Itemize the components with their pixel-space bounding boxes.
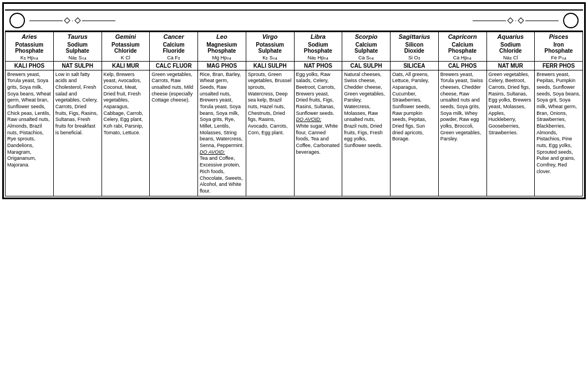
sign-cell: Aquarius [486, 32, 535, 41]
formula-cell: Ca F₂ [150, 54, 198, 62]
subtitle-bar: · · [5, 11, 583, 32]
formula-cell: Na₂ S₀₄ [53, 54, 102, 62]
mineral-cell: CalciumFluoride [150, 41, 198, 54]
abbrev-cell: FERR PHOS [535, 61, 583, 70]
formula-cell: K₂ Hp₀₄ [6, 54, 54, 62]
sign-cell: Gemini [102, 32, 150, 41]
sign-cell: Cancer [150, 32, 198, 41]
left-circle [9, 13, 25, 28]
mineral-cell: SodiumChloride [486, 41, 535, 54]
mineral-cell: PotassiumChloride [102, 41, 150, 54]
food-cell: Brewers yeast, Torula yeast, Swiss chees… [438, 70, 486, 196]
title [5, 5, 583, 11]
mineral-cell: PotassiumSulphate [246, 41, 294, 54]
abbrev-cell: CAL SULPH [342, 61, 391, 70]
formula-cell: Ca Hp₀₄ [438, 54, 486, 62]
mineral-cell: MagnesiumPhosphate [198, 41, 246, 54]
sign-cell: Aries [6, 32, 54, 41]
food-cell: Green vegetables, Celery, Beetroot, Carr… [486, 70, 535, 196]
abbrev-cell: CAL PHOS [438, 61, 486, 70]
food-cell: Sprouts, Green vegetables, Brussel sprou… [246, 70, 294, 196]
food-cell: Low in salt fatty acids and Cholesterol,… [53, 70, 102, 196]
sign-cell: Leo [198, 32, 246, 41]
abbrev-cell: KALI MUR [102, 61, 150, 70]
formula-cell: K₂ S₀₄ [246, 54, 294, 62]
abbrev-cell: NAT PHOS [294, 61, 342, 70]
mineral-cell: CalciumPhosphate [438, 41, 486, 54]
formula-cell: Mg Hp₀₄ [198, 54, 246, 62]
mineral-cell: CalciumSulphate [342, 41, 391, 54]
formula-cell: Na₂ Hp₀₄ [294, 54, 342, 62]
formula-cell: K Cl [102, 54, 150, 62]
sign-cell: Pisces [535, 32, 583, 41]
abbrev-cell: KALI PHOS [6, 61, 54, 70]
right-deco: · [473, 17, 559, 24]
mineral-cell: SodiumPhosphate [294, 41, 342, 54]
abbrev-cell: NAT SULPH [53, 61, 102, 70]
food-cell: Kelp, Brewers yeast, Avocados, Coconut, … [102, 70, 150, 196]
mineral-cell: PotassiumPhosphate [6, 41, 54, 54]
abbrev-cell: MAG PHOS [198, 61, 246, 70]
mineral-cell: SodiumSulphate [53, 41, 102, 54]
sign-cell: Sagittarius [391, 32, 439, 41]
page-container: · · AriesTaurusGeminiCancerLeoVirgoLibra… [2, 2, 586, 199]
right-circle [563, 13, 579, 28]
abbrev-cell: SILICEA [391, 61, 439, 70]
sign-cell: Libra [294, 32, 342, 41]
formula-cell: Fe P₀₄ [535, 54, 583, 62]
sign-cell: Scorpio [342, 32, 391, 41]
food-cell: Oats, All greens, Lettuce, Parsley, Aspa… [391, 70, 439, 196]
abbrev-cell: NAT MUR [486, 61, 535, 70]
food-cell: Green vegetables, Carrots, Raw unsalted … [150, 70, 198, 196]
abbrev-cell: CALC FLUOR [150, 61, 198, 70]
sign-cell: Capricorn [438, 32, 486, 41]
mineral-cell: IronPhosphate [535, 41, 583, 54]
formula-cell: Na₂ Cl [486, 54, 535, 62]
left-deco: · [29, 17, 115, 24]
food-cell: Natural cheeses, Swiss cheese, Chedder c… [342, 70, 391, 196]
food-cell: Rice, Bran, Barley, Wheat germ, Seeds, R… [198, 70, 246, 196]
abbrev-cell: KALI SULPH [246, 61, 294, 70]
sign-cell: Virgo [246, 32, 294, 41]
main-table: AriesTaurusGeminiCancerLeoVirgoLibraScor… [5, 32, 583, 196]
formula-cell: Si O₂ [391, 54, 439, 62]
food-cell: Brewers yeast, Pepitas, Pumpkin seeds, S… [535, 70, 583, 196]
food-cell: Egg yolks, Raw salads, Celery, Beetroot,… [294, 70, 342, 196]
sign-cell: Taurus [53, 32, 102, 41]
mineral-cell: SiliconDioxide [391, 41, 439, 54]
food-cell: Brewers yeast, Torula yeast, Soya grits,… [6, 70, 54, 196]
formula-cell: Ca S₀₄ [342, 54, 391, 62]
